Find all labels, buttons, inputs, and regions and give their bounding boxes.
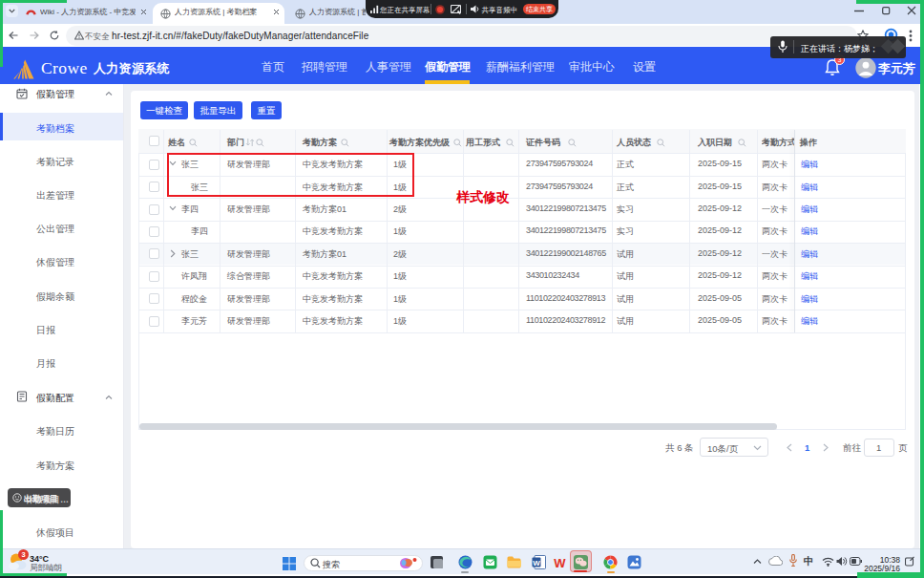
svg-text:W: W bbox=[533, 558, 540, 567]
svg-text:W: W bbox=[554, 555, 566, 569]
